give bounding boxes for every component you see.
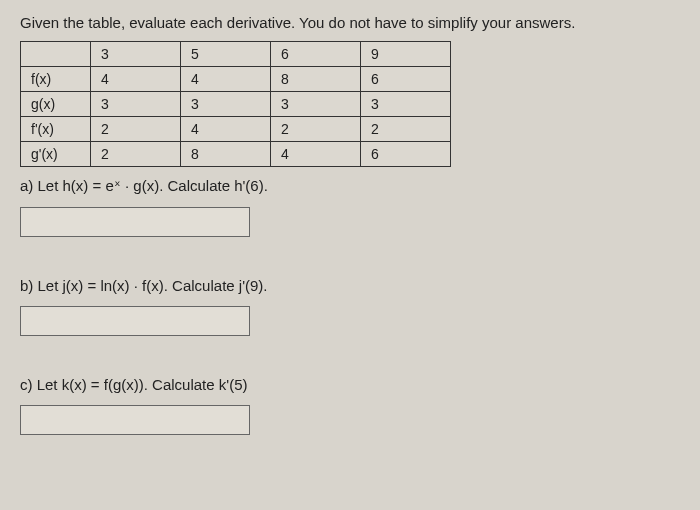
part-a-text: a) Let h(x) = eˣ · g(x). Calculate h'(6)…: [20, 177, 680, 195]
table-cell: 2: [91, 117, 181, 142]
table-header-cell: [21, 42, 91, 67]
table-row: g(x) 3 3 3 3: [21, 92, 451, 117]
table-cell: 4: [181, 117, 271, 142]
table-cell: 6: [361, 142, 451, 167]
table-cell: 3: [361, 92, 451, 117]
table-cell: 2: [91, 142, 181, 167]
table-cell: 8: [271, 67, 361, 92]
answer-input-c[interactable]: [20, 405, 250, 435]
table-row: g'(x) 2 8 4 6: [21, 142, 451, 167]
table-cell: 4: [271, 142, 361, 167]
table-cell: 8: [181, 142, 271, 167]
table-cell: 4: [91, 67, 181, 92]
table-cell: 3: [91, 92, 181, 117]
answer-input-a[interactable]: [20, 207, 250, 237]
instruction-text: Given the table, evaluate each derivativ…: [20, 14, 680, 31]
row-label: g(x): [21, 92, 91, 117]
table-cell: 3: [181, 92, 271, 117]
row-label: f(x): [21, 67, 91, 92]
part-c-text: c) Let k(x) = f(g(x)). Calculate k'(5): [20, 376, 680, 393]
table-header-cell: 3: [91, 42, 181, 67]
table-cell: 2: [361, 117, 451, 142]
answer-input-b[interactable]: [20, 306, 250, 336]
table-cell: 3: [271, 92, 361, 117]
table-cell: 2: [271, 117, 361, 142]
table-header-cell: 5: [181, 42, 271, 67]
row-label: g'(x): [21, 142, 91, 167]
table-header-row: 3 5 6 9: [21, 42, 451, 67]
table-row: f'(x) 2 4 2 2: [21, 117, 451, 142]
function-table: 3 5 6 9 f(x) 4 4 8 6 g(x) 3 3 3 3 f'(x) …: [20, 41, 451, 167]
table-header-cell: 9: [361, 42, 451, 67]
part-b-text: b) Let j(x) = ln(x) · f(x). Calculate j'…: [20, 277, 680, 294]
table-row: f(x) 4 4 8 6: [21, 67, 451, 92]
table-cell: 4: [181, 67, 271, 92]
table-cell: 6: [361, 67, 451, 92]
row-label: f'(x): [21, 117, 91, 142]
table-header-cell: 6: [271, 42, 361, 67]
